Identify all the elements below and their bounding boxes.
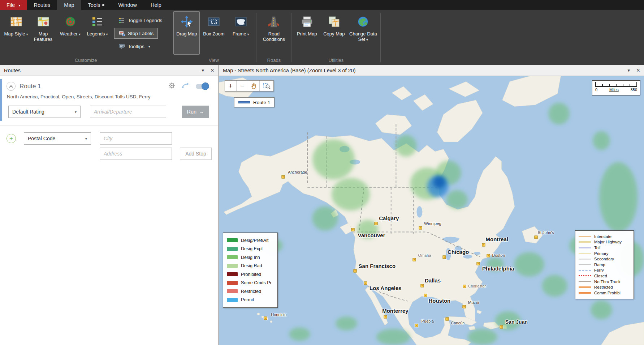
legend-color-chip [227, 247, 238, 251]
route-settings-gear-icon[interactable] [168, 82, 175, 90]
legend-label: Prohibited [241, 272, 261, 277]
zoom-in-button[interactable]: + [225, 81, 237, 91]
stop-type-select[interactable]: Postal Code ▾ [24, 132, 91, 145]
run-arrow-icon: → [199, 109, 204, 115]
drag-map-button[interactable]: Drag Map [173, 11, 200, 55]
ribbon-group-view: Drag Map Box Zoom Frame▾ View [172, 10, 255, 65]
city-input[interactable] [100, 132, 172, 145]
ribbon-group-label-view: View [172, 56, 255, 65]
toggle-knob [202, 82, 209, 90]
route-legend-chip[interactable]: Route 1 [234, 97, 275, 107]
scale-ruler [595, 83, 637, 87]
map-scale-bar: 0 Miles 350 [592, 80, 640, 95]
map-panel-header: Map - Streets North America (Base) (Zoom… [219, 65, 644, 76]
box-zoom-button[interactable]: Box Zoom [200, 11, 227, 55]
legend-row: Restricted [227, 287, 274, 296]
caret-down-icon: ▾ [85, 137, 87, 141]
legend-line-sample [579, 253, 591, 254]
main-content: Routes ▾ × Route 1 [0, 65, 644, 345]
legend-row: Desig Rad [227, 262, 274, 271]
change-data-set-button[interactable]: Change Data Set▾ [348, 11, 378, 55]
menu-tab-routes[interactable]: Routes [27, 0, 57, 10]
menu-tab-tools[interactable]: Tools [81, 0, 112, 10]
ribbon-separator [380, 13, 381, 62]
run-button[interactable]: Run → [182, 106, 209, 118]
legend-label: Toll [594, 246, 600, 250]
route-name: Route 1 [20, 83, 41, 90]
map-canvas[interactable]: Anchorage Calgary Winnipeg Vancouver Mon… [219, 76, 644, 345]
ribbon-group-label-customize: Customize [1, 56, 170, 65]
scale-unit[interactable]: Miles [609, 88, 619, 92]
legends-button[interactable]: Legends▾ [84, 11, 111, 55]
ribbon-separator [171, 13, 171, 62]
legend-label: Ferry [594, 268, 604, 272]
caret-down-icon: ▾ [148, 44, 150, 48]
routes-panel-header: Routes ▾ × [0, 65, 218, 76]
panel-close-icon[interactable]: × [636, 67, 640, 73]
scale-end: 350 [631, 88, 637, 92]
collapse-route-button[interactable] [7, 82, 16, 91]
pan-hand-button[interactable] [248, 81, 260, 91]
frame-icon [234, 15, 248, 29]
map-features-icon [36, 15, 50, 29]
legend-row: Ramp [579, 262, 634, 268]
copy-map-button[interactable]: Copy Map [321, 11, 347, 55]
panel-close-icon[interactable]: × [211, 67, 214, 73]
copy-map-icon [327, 15, 341, 29]
toggle-legends-button[interactable]: Toggle Legends [114, 15, 167, 26]
menu-tab-window[interactable]: Window [111, 0, 144, 10]
legend-label: Restricted [241, 289, 261, 294]
add-stop-button[interactable]: Add Stop [180, 148, 212, 160]
add-stop-plus-icon[interactable]: + [7, 134, 16, 143]
ribbon-group-roads: Road Conditions Roads [257, 10, 290, 65]
drag-map-icon [180, 15, 194, 29]
legend-row: Permit [227, 296, 274, 304]
caret-down-icon: ▾ [366, 38, 368, 42]
route-visibility-toggle[interactable] [196, 84, 208, 89]
file-menu-button[interactable]: File ▾ [0, 0, 27, 10]
print-map-button[interactable]: Print Map [294, 11, 320, 55]
ribbon-separator [256, 13, 256, 62]
legend-row: Desig Inh [227, 253, 274, 262]
arrival-departure-input[interactable] [90, 106, 166, 118]
legend-label: Ramp [594, 263, 605, 267]
basemap-svg [219, 76, 644, 345]
legend-label: No Thru Truck [594, 280, 621, 284]
toggle-legends-icon [118, 17, 125, 24]
panel-caret-down-icon[interactable]: ▾ [202, 68, 204, 73]
legend-line-sample [579, 281, 591, 282]
legend-color-chip [227, 289, 238, 293]
stop-labels-icon [118, 30, 125, 37]
caret-down-icon: ▾ [18, 3, 20, 7]
zoom-out-button[interactable]: − [237, 81, 248, 91]
legend-label: Primary [594, 251, 609, 256]
print-map-icon [300, 15, 314, 29]
menu-tab-map[interactable]: Map [57, 0, 81, 10]
map-style-button[interactable]: Map Style▾ [3, 11, 29, 55]
ribbon-group-label-utilities: Utilities [292, 56, 380, 65]
legend-row: Some Cmds Pr [227, 279, 274, 288]
legend-label: Comm Prohibi [594, 291, 621, 295]
weather-icon [64, 15, 77, 29]
file-menu-label: File [7, 2, 15, 8]
zoom-select-button[interactable] [260, 81, 273, 91]
legend-label: Interstate [594, 234, 611, 239]
panel-caret-down-icon[interactable]: ▾ [628, 68, 630, 73]
route-accent-bar [0, 79, 2, 121]
rating-select[interactable]: Default Rating ▾ [8, 106, 81, 118]
address-input[interactable] [100, 148, 172, 160]
road-conditions-button[interactable]: Road Conditions [259, 11, 289, 55]
tooltips-button[interactable]: Tooltips ▾ [114, 41, 155, 52]
weather-button[interactable]: Weather▾ [57, 11, 83, 55]
map-features-button[interactable]: Map Features [30, 11, 56, 55]
frame-button[interactable]: Frame▾ [228, 11, 254, 55]
route-options-icon[interactable] [182, 82, 189, 90]
caret-down-icon: ▾ [26, 32, 28, 36]
road-type-legend: Interstate Major Highway Toll [575, 230, 634, 299]
legend-label: Permit [241, 297, 254, 302]
menu-tab-help[interactable]: Help [144, 0, 168, 10]
stop-labels-button[interactable]: Stop Labels [114, 28, 158, 39]
road-class-legend: Desig/Pref/Alt Desig Expl Desig Inh [223, 233, 278, 308]
legend-line-sample [579, 275, 591, 276]
legend-row: No Thru Truck [579, 279, 634, 285]
